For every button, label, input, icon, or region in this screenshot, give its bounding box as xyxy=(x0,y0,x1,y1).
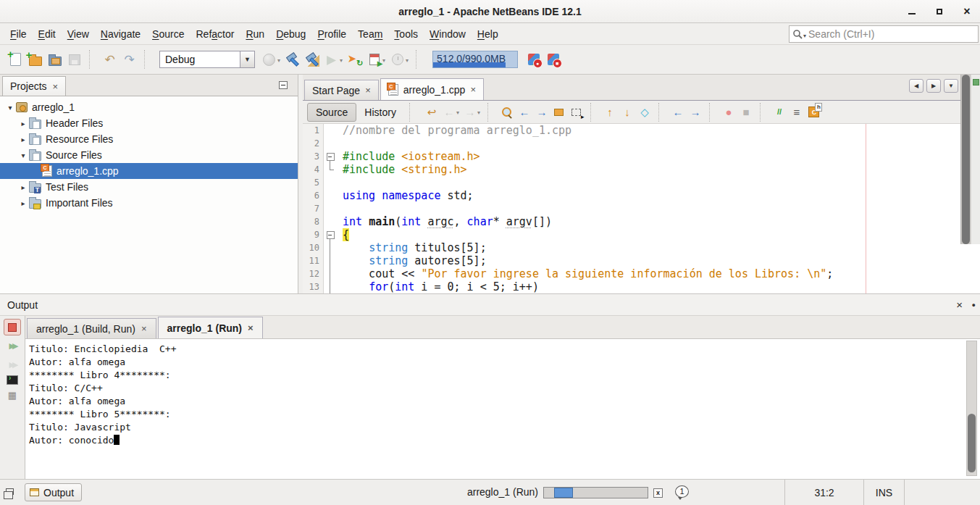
deploy-icon[interactable] xyxy=(259,50,279,70)
editor-vertical-scrollbar[interactable] xyxy=(960,75,971,244)
last-edit-location-icon[interactable]: ↩ xyxy=(423,104,440,121)
code-line[interactable]: 13 for(int i = 0; i < 5; i++) xyxy=(303,280,960,293)
expand-icon[interactable]: ▸ xyxy=(17,135,29,143)
menu-tools[interactable]: Tools xyxy=(388,25,424,43)
goto-header-source-icon[interactable]: C xyxy=(805,104,823,121)
close-tab-icon[interactable]: × xyxy=(248,322,254,333)
stop-macro-recording-icon[interactable]: ■ xyxy=(737,104,755,121)
collapse-icon[interactable]: ▾ xyxy=(4,104,16,112)
close-tab-icon[interactable]: × xyxy=(141,323,147,334)
find-selection-icon[interactable] xyxy=(498,104,516,121)
editor-tab-start-page[interactable]: Start Page× xyxy=(304,80,379,100)
combobox-caret-icon[interactable]: ▼ xyxy=(240,51,254,67)
tree-item-source-files[interactable]: ▾Source Files xyxy=(0,147,298,163)
build-project-icon[interactable] xyxy=(282,50,302,70)
collapse-icon[interactable]: ▾ xyxy=(17,151,29,159)
tree-item-test-files[interactable]: ▸Test Files xyxy=(0,179,298,195)
shift-line-right-icon[interactable]: → xyxy=(687,104,704,121)
minimize-window-icon[interactable] xyxy=(906,6,918,17)
close-output-icon[interactable]: × xyxy=(956,299,963,311)
source-view-button[interactable]: Source xyxy=(307,103,356,122)
profile-project-icon[interactable] xyxy=(364,50,384,70)
maximize-window-icon[interactable] xyxy=(934,6,945,17)
profile-process-icon[interactable] xyxy=(388,50,407,70)
menu-help[interactable]: Help xyxy=(472,25,504,43)
output-settings-icon[interactable]: ▦ xyxy=(4,387,21,404)
close-tab-icon[interactable]: × xyxy=(365,85,371,96)
editor-tab-arreglo-1-cpp[interactable]: arreglo_1.cpp× xyxy=(380,78,484,100)
run-project-icon[interactable]: ▶ xyxy=(322,50,341,70)
menu-edit[interactable]: Edit xyxy=(33,25,62,43)
shift-line-left-icon[interactable]: ← xyxy=(669,104,687,121)
restore-window-group-icon[interactable] xyxy=(6,488,14,495)
panel-menu-icon[interactable]: ● xyxy=(972,301,976,309)
scroll-tabs-right-icon[interactable]: ▶ xyxy=(926,79,941,93)
forward-icon[interactable]: → xyxy=(461,104,479,121)
rerun-icon[interactable] xyxy=(4,338,21,354)
output-vertical-scrollbar[interactable] xyxy=(966,341,977,476)
cancel-process-icon[interactable]: x xyxy=(653,488,663,498)
menu-profile[interactable]: Profile xyxy=(311,25,352,43)
open-project-icon[interactable] xyxy=(45,50,64,70)
code-line[interactable]: 6using namespace std; xyxy=(303,189,960,202)
scrollbar-thumb[interactable] xyxy=(968,414,976,472)
minimize-panel-icon[interactable] xyxy=(279,81,288,89)
scrollbar-thumb[interactable] xyxy=(962,75,970,244)
code-line[interactable]: 5 xyxy=(303,176,960,189)
toggle-bookmark-icon[interactable]: ◇ xyxy=(636,104,653,121)
notifications-icon[interactable]: 1 xyxy=(675,485,689,498)
start-macro-recording-icon[interactable]: ● xyxy=(720,104,737,121)
search-box[interactable]: ▾ xyxy=(789,25,979,43)
stop-run-icon[interactable] xyxy=(4,319,21,335)
menu-view[interactable]: View xyxy=(62,25,95,43)
expand-icon[interactable]: ▸ xyxy=(17,199,29,207)
menu-navigate[interactable]: Navigate xyxy=(95,25,146,43)
new-file-icon[interactable] xyxy=(6,50,25,70)
search-input[interactable] xyxy=(808,28,975,40)
back-icon[interactable]: ← xyxy=(440,104,458,121)
clean-build-project-icon[interactable] xyxy=(302,50,322,70)
tab-projects[interactable]: Projects × xyxy=(2,76,66,96)
open-terminal-icon[interactable] xyxy=(7,375,18,385)
code-line[interactable]: 3#include <iostream.h> xyxy=(303,150,960,163)
expand-icon[interactable]: ▸ xyxy=(17,183,29,191)
search-scope-caret-icon[interactable]: ▾ xyxy=(803,33,806,39)
code-line[interactable]: 1//nombre del programa arreglo_1.cpp xyxy=(303,124,960,137)
code-line[interactable]: 12 cout << "Por favor ingrese la siguien… xyxy=(303,267,960,280)
new-project-icon[interactable] xyxy=(25,50,45,70)
code-line[interactable]: 2 xyxy=(303,137,960,150)
tree-item-important-files[interactable]: ▸Important Files xyxy=(0,195,298,211)
redo-icon[interactable]: ↷ xyxy=(120,50,139,70)
scroll-tabs-left-icon[interactable]: ◀ xyxy=(909,79,924,93)
output-tab-arreglo-1-run[interactable]: arreglo_1 (Run)× xyxy=(158,317,263,338)
code-editor[interactable]: 1//nombre del programa arreglo_1.cpp23#i… xyxy=(303,124,960,293)
output-tab-arreglo-1-build-run[interactable]: arreglo_1 (Build, Run)× xyxy=(27,318,156,338)
menu-debug[interactable]: Debug xyxy=(270,25,311,43)
debug-project-icon[interactable] xyxy=(345,50,364,70)
code-line[interactable]: 10 string titulos[5]; xyxy=(303,241,960,254)
tree-item-header-files[interactable]: ▸Header Files xyxy=(0,115,298,131)
history-view-button[interactable]: History xyxy=(356,104,404,121)
menu-source[interactable]: Source xyxy=(146,25,190,43)
project-configuration-combobox[interactable]: Debug ▼ xyxy=(159,51,255,68)
minimized-output-button[interactable]: Output xyxy=(25,483,82,501)
close-tab-icon[interactable]: × xyxy=(53,81,59,92)
uncomment-lines-icon[interactable]: ≡ xyxy=(788,104,805,121)
comment-lines-icon[interactable]: // xyxy=(771,104,788,121)
menu-run[interactable]: Run xyxy=(240,25,270,43)
menu-team[interactable]: Team xyxy=(352,25,388,43)
rectangular-selection-icon[interactable] xyxy=(568,104,585,121)
previous-bookmark-icon[interactable]: ↑ xyxy=(601,104,619,121)
tree-item-arreglo-1[interactable]: ▾arreglo_1 xyxy=(0,99,298,115)
code-fold-icon[interactable] xyxy=(324,228,338,241)
close-tab-icon[interactable]: × xyxy=(470,84,476,95)
tree-item-arreglo-1-cpp[interactable]: arreglo_1.cpp xyxy=(0,163,298,179)
code-line[interactable]: 8int main(int argc, char* argv[]) xyxy=(303,215,960,228)
undo-icon[interactable]: ↶ xyxy=(100,50,120,70)
expand-icon[interactable]: ▸ xyxy=(17,120,29,128)
background-task-stop-icon[interactable] xyxy=(543,50,563,70)
find-previous-occurrence-icon[interactable]: ← xyxy=(516,104,533,121)
rerun-with-options-icon[interactable] xyxy=(4,356,21,373)
code-line[interactable]: 7 xyxy=(303,202,960,215)
code-fold-icon[interactable] xyxy=(324,150,338,163)
